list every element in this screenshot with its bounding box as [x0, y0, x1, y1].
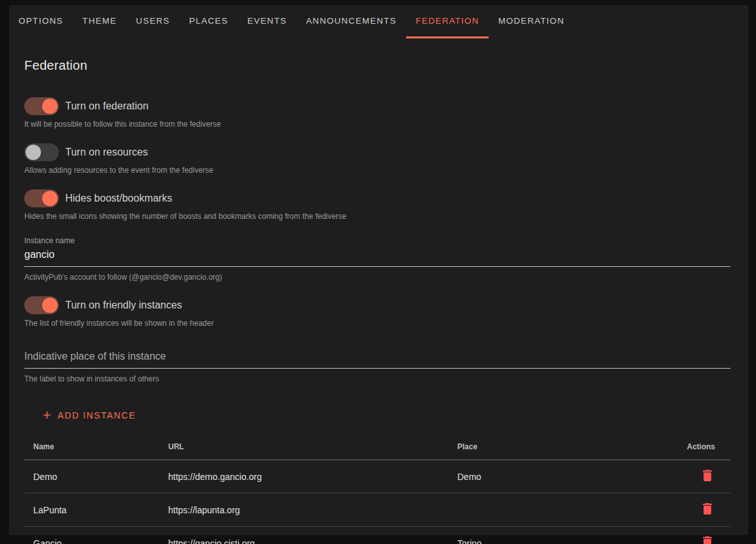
setting-turn-on-resources: Turn on resources Allows adding resource…: [24, 143, 730, 175]
cell-place: [448, 493, 670, 527]
friendly-instances-toggle[interactable]: [24, 296, 59, 314]
delete-instance-button[interactable]: [700, 468, 715, 483]
toggle-thumb: [42, 298, 58, 313]
tab-announcements[interactable]: ANNOUNCEMENTS: [297, 5, 406, 38]
add-instance-button[interactable]: ADD INSTANCE: [36, 405, 141, 425]
cell-name: Demo: [24, 460, 159, 493]
plus-icon: [41, 409, 53, 421]
toggle-hint: Hides the small icons showing the number…: [24, 212, 730, 221]
toggle-label: Turn on friendly instances: [65, 300, 182, 311]
column-header-place: Place: [448, 434, 670, 460]
setting-hide-boosts: Hides boost/bookmarks Hides the small ic…: [24, 189, 730, 221]
cell-url: https://gancio.cisti.org: [159, 527, 448, 544]
setting-friendly-instances: Turn on friendly instances The list of f…: [24, 296, 730, 328]
instance-name-input[interactable]: [24, 246, 730, 267]
admin-tabs: OPTIONS THEME USERS PLACES EVENTS ANNOUN…: [9, 5, 748, 38]
column-header-actions: Actions: [670, 434, 730, 460]
instance-place-field: The label to show in instances of others: [24, 348, 730, 383]
admin-panel: OPTIONS THEME USERS PLACES EVENTS ANNOUN…: [9, 5, 748, 535]
instance-name-hint: ActivityPub's account to follow (@gancio…: [24, 273, 730, 282]
federation-settings: Federation Turn on federation It will be…: [9, 58, 748, 544]
toggle-hint: Allows adding resources to the event fro…: [24, 166, 730, 175]
column-header-url: URL: [159, 434, 448, 460]
cell-name: Gancio: [24, 527, 159, 544]
delete-forever-icon: [700, 468, 715, 483]
tab-federation[interactable]: FEDERATION: [406, 5, 489, 38]
table-row: Demo https://demo.gancio.org Demo: [24, 460, 730, 493]
toggle-thumb: [42, 99, 58, 114]
delete-instance-button[interactable]: [700, 534, 715, 544]
instance-name-label: Instance name: [24, 236, 730, 245]
cell-url: https://demo.gancio.org: [159, 460, 448, 493]
instances-table: Name URL Place Actions Demo https://demo…: [24, 434, 730, 544]
instance-name-field: Instance name ActivityPub's account to f…: [24, 236, 730, 282]
toggle-thumb: [26, 145, 41, 160]
add-instance-label: ADD INSTANCE: [58, 410, 136, 420]
cell-place: Demo: [448, 460, 670, 493]
toggle-label: Turn on resources: [65, 147, 148, 158]
delete-instance-button[interactable]: [700, 501, 715, 516]
tab-events[interactable]: EVENTS: [238, 5, 297, 38]
table-row: Gancio https://gancio.cisti.org Torino: [24, 527, 730, 544]
cell-name: LaPunta: [24, 493, 159, 527]
cell-url: https://lapunta.org: [159, 493, 448, 527]
tab-users[interactable]: USERS: [127, 5, 180, 38]
instance-place-hint: The label to show in instances of others: [24, 374, 730, 383]
cell-place: Torino: [448, 527, 670, 544]
delete-forever-icon: [700, 534, 715, 544]
toggle-hint: The list of friendly instances will be s…: [24, 319, 730, 328]
table-header-row: Name URL Place Actions: [24, 434, 730, 460]
column-header-name: Name: [24, 434, 159, 460]
resources-toggle[interactable]: [24, 143, 59, 161]
toggle-thumb: [42, 191, 58, 206]
tab-options[interactable]: OPTIONS: [9, 5, 73, 38]
page-title: Federation: [24, 58, 730, 73]
tab-moderation[interactable]: MODERATION: [489, 5, 574, 38]
instance-place-input[interactable]: [24, 348, 730, 369]
delete-forever-icon: [700, 501, 715, 516]
tab-places[interactable]: PLACES: [180, 5, 238, 38]
toggle-label: Hides boost/bookmarks: [65, 193, 172, 204]
table-row: LaPunta https://lapunta.org: [24, 493, 730, 527]
toggle-label: Turn on federation: [65, 100, 148, 112]
toggle-hint: It will be possible to follow this insta…: [24, 120, 730, 129]
setting-turn-on-federation: Turn on federation It will be possible t…: [24, 97, 730, 129]
tab-theme[interactable]: THEME: [73, 5, 127, 38]
hide-boosts-toggle[interactable]: [24, 189, 59, 207]
federation-toggle[interactable]: [24, 97, 59, 115]
